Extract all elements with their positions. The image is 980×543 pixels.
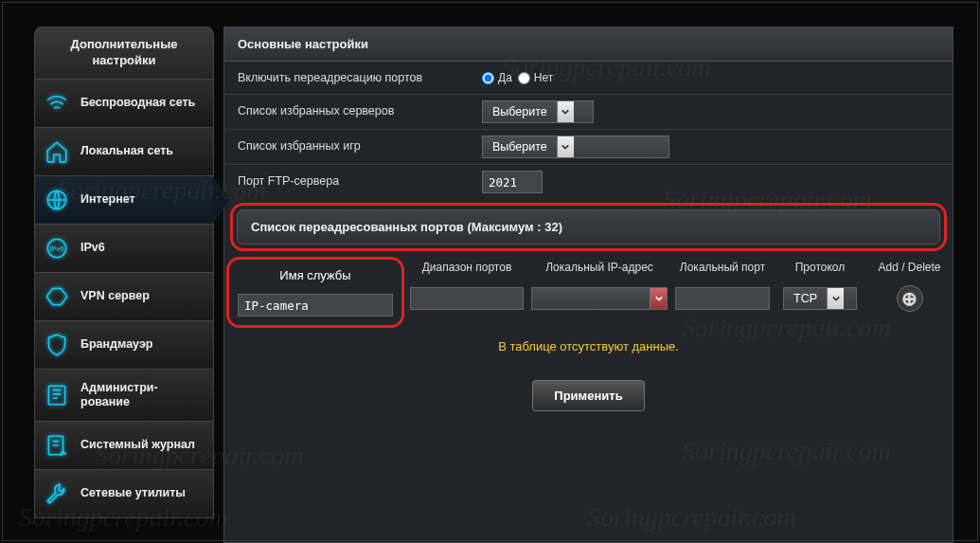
- empty-table-message: В таблице отсутствуют данные.: [224, 330, 953, 367]
- radio-no-label: Нет: [534, 71, 553, 84]
- sidebar-item-label: Сетевые утилиты: [80, 486, 186, 500]
- add-row-button[interactable]: ⊕: [897, 285, 923, 312]
- ipv6-icon: IPv6: [45, 236, 69, 261]
- ftp-port-input[interactable]: [482, 171, 543, 193]
- vpn-icon: [45, 284, 69, 309]
- shield-icon: [45, 333, 69, 357]
- sidebar-item-nettools[interactable]: Сетевые утилиты: [34, 470, 214, 518]
- portlist-title: Список переадресованных портов (Максимум…: [237, 209, 940, 244]
- th-port: Локальный порт: [671, 255, 774, 280]
- sidebar-item-vpn[interactable]: VPN сервер: [34, 273, 214, 321]
- sidebar-item-wireless[interactable]: Беспроводная сеть: [34, 80, 214, 128]
- enable-forwarding-label: Включить переадресацию портов: [224, 62, 474, 94]
- tools-icon: [45, 481, 69, 506]
- name-column-highlight: Имя службы: [226, 257, 404, 328]
- th-range: Диапазон портов: [406, 255, 527, 280]
- sidebar-item-label: Администри- рование: [80, 381, 158, 409]
- radio-yes-label: Да: [498, 71, 512, 84]
- apply-button[interactable]: Применить: [532, 380, 644, 411]
- games-select[interactable]: Выберите: [482, 136, 669, 158]
- port-table: Имя службы Диапазон портов Локальный IP-…: [224, 255, 953, 367]
- sidebar: Дополнительные настройки Беспроводная се…: [34, 27, 214, 543]
- sidebar-item-internet[interactable]: Интернет: [34, 176, 214, 225]
- main-panel: Основные настройки Включить переадресаци…: [223, 27, 953, 543]
- sidebar-item-label: Беспроводная сеть: [80, 96, 195, 110]
- sidebar-item-label: Системный журнал: [80, 438, 195, 452]
- chevron-down-icon: [827, 288, 844, 309]
- log-icon: [45, 433, 69, 458]
- servers-select[interactable]: Выберите: [482, 100, 594, 123]
- sidebar-item-lan[interactable]: Локальная сеть: [34, 128, 214, 176]
- local-ip-select[interactable]: [531, 287, 668, 310]
- radio-yes-input[interactable]: [482, 72, 494, 84]
- row-games: Список избранных игр Выберите: [224, 130, 953, 165]
- radio-no[interactable]: Нет: [518, 71, 553, 84]
- th-action: Add / Delete: [866, 255, 953, 280]
- th-name: Имя службы: [232, 262, 399, 288]
- sidebar-item-admin[interactable]: Администри- рование: [34, 370, 214, 422]
- ftp-label: Порт FTP-сервера: [224, 165, 474, 199]
- row-ftp: Порт FTP-сервера: [224, 165, 953, 199]
- radio-yes[interactable]: Да: [482, 71, 512, 84]
- globe-icon: [45, 188, 69, 212]
- svg-text:IPv6: IPv6: [49, 244, 63, 253]
- chevron-down-icon: [650, 288, 667, 309]
- protocol-select[interactable]: TCP: [783, 287, 857, 310]
- local-port-input[interactable]: [675, 287, 770, 310]
- protocol-value: TCP: [784, 292, 827, 305]
- basic-settings-title: Основные настройки: [224, 27, 953, 62]
- admin-icon: [45, 383, 69, 407]
- games-select-value: Выберите: [483, 140, 557, 154]
- servers-select-value: Выберите: [483, 105, 557, 118]
- sidebar-item-label: Локальная сеть: [80, 144, 173, 158]
- sidebar-item-label: IPv6: [80, 241, 105, 255]
- chevron-down-icon: [557, 136, 574, 157]
- row-enable-forwarding: Включить переадресацию портов Да Нет: [224, 62, 953, 95]
- port-range-input[interactable]: [410, 287, 524, 310]
- sidebar-item-label: Брандмауэр: [80, 337, 152, 352]
- row-servers: Список избранных серверов Выберите: [224, 95, 953, 130]
- sidebar-header: Дополнительные настройки: [34, 27, 214, 80]
- sidebar-item-firewall[interactable]: Брандмауэр: [34, 321, 214, 370]
- games-label: Список избранных игр: [224, 130, 474, 164]
- service-name-input[interactable]: [238, 294, 393, 317]
- th-ip: Локальный IP-адрес: [527, 255, 671, 280]
- wifi-icon: [45, 91, 69, 116]
- sidebar-item-label: Интернет: [80, 192, 135, 207]
- radio-no-input[interactable]: [518, 72, 530, 84]
- plus-icon: ⊕: [901, 287, 918, 310]
- portlist-highlight: Список переадресованных портов (Максимум…: [230, 203, 947, 251]
- servers-label: Список избранных серверов: [224, 95, 474, 129]
- chevron-down-icon: [557, 101, 574, 122]
- home-icon: [45, 139, 69, 164]
- sidebar-item-ipv6[interactable]: IPv6 IPv6: [34, 225, 214, 273]
- th-proto: Протокол: [774, 255, 866, 280]
- sidebar-item-syslog[interactable]: Системный журнал: [34, 422, 214, 470]
- svg-rect-3: [48, 386, 64, 405]
- sidebar-item-label: VPN сервер: [80, 289, 150, 303]
